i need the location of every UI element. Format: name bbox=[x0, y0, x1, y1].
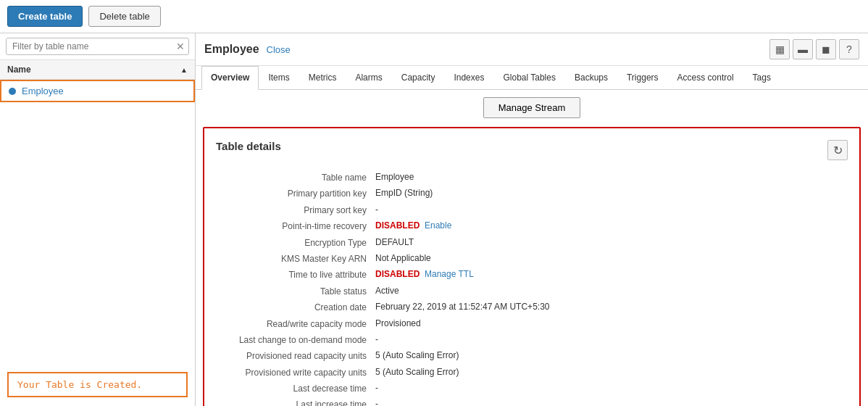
table-row: KMS Master Key ARN Not Applicable bbox=[216, 250, 848, 266]
close-link[interactable]: Close bbox=[267, 44, 291, 55]
manage-ttl-link[interactable]: Manage TTL bbox=[425, 269, 474, 279]
icon-btn-2[interactable]: ▬ bbox=[793, 39, 813, 59]
table-row: Provisioned write capacity units 5 (Auto… bbox=[216, 364, 848, 380]
field-value: 5 (Auto Scaling Error) bbox=[375, 347, 848, 363]
sidebar-search-container: ✕ bbox=[0, 33, 195, 60]
table-list: Employee bbox=[0, 80, 195, 363]
field-label: Primary sort key bbox=[216, 202, 375, 218]
content-header: Employee Close ▦ ▬ ◼ ? bbox=[196, 33, 868, 66]
tab-indexes[interactable]: Indexes bbox=[444, 66, 493, 89]
field-value: February 22, 2019 at 11:52:47 AM UTC+5:3… bbox=[375, 299, 848, 315]
field-label: Table status bbox=[216, 283, 375, 299]
sort-icon[interactable]: ▲ bbox=[180, 66, 188, 74]
icon-btn-1[interactable]: ▦ bbox=[769, 39, 790, 59]
tab-tags[interactable]: Tags bbox=[743, 66, 780, 89]
table-row: Primary sort key - bbox=[216, 202, 848, 218]
manage-stream-button[interactable]: Manage Stream bbox=[483, 97, 581, 118]
field-label: Provisioned write capacity units bbox=[216, 364, 375, 380]
field-label: Provisioned read capacity units bbox=[216, 347, 375, 363]
table-row: Last change to on-demand mode - bbox=[216, 331, 848, 347]
tab-metrics[interactable]: Metrics bbox=[299, 66, 346, 89]
page-title: Employee bbox=[204, 43, 259, 56]
tab-triggers[interactable]: Triggers bbox=[617, 66, 668, 89]
field-label: Time to live attribute bbox=[216, 266, 375, 282]
field-label: Primary partition key bbox=[216, 185, 375, 201]
list-item[interactable]: Employee bbox=[0, 80, 195, 102]
pitr-status: DISABLED bbox=[375, 220, 420, 231]
status-dot bbox=[9, 88, 16, 95]
table-row: Encryption Type DEFAULT bbox=[216, 234, 848, 250]
field-label: Last decrease time bbox=[216, 380, 375, 396]
field-value: Provisioned bbox=[375, 315, 848, 331]
manage-stream-row: Manage Stream bbox=[203, 97, 861, 118]
tab-capacity[interactable]: Capacity bbox=[392, 66, 445, 89]
table-row: Read/write capacity mode Provisioned bbox=[216, 315, 848, 331]
clear-search-icon[interactable]: ✕ bbox=[176, 41, 185, 52]
field-value: 5 (Auto Scaling Error) bbox=[375, 364, 848, 380]
field-label: KMS Master Key ARN bbox=[216, 250, 375, 266]
field-value: DISABLED Enable bbox=[375, 218, 848, 233]
notification-box: Your Table is Created. bbox=[7, 372, 188, 397]
ttl-status: DISABLED bbox=[375, 269, 420, 279]
table-row: Last increase time - bbox=[216, 396, 848, 406]
details-table: Table name Employee Primary partition ke… bbox=[216, 169, 848, 406]
header-icons-group: ▦ ▬ ◼ ? bbox=[769, 39, 859, 59]
field-value: EmpID (String) bbox=[375, 185, 848, 201]
create-table-button[interactable]: Create table bbox=[7, 6, 83, 27]
tab-access-control[interactable]: Access control bbox=[668, 66, 743, 89]
table-row: Primary partition key EmpID (String) bbox=[216, 185, 848, 201]
field-label: Point-in-time recovery bbox=[216, 218, 375, 233]
table-row: Table name Employee bbox=[216, 169, 848, 185]
tabs-bar: Overview Items Metrics Alarms Capacity I… bbox=[196, 66, 868, 90]
field-value: Active bbox=[375, 283, 848, 299]
table-row: Point-in-time recovery DISABLED Enable bbox=[216, 218, 848, 233]
tab-alarms[interactable]: Alarms bbox=[346, 66, 391, 89]
tab-overview[interactable]: Overview bbox=[201, 66, 259, 90]
table-details-title: Table details bbox=[216, 140, 281, 152]
refresh-button[interactable]: ↻ bbox=[827, 140, 848, 160]
icon-btn-3[interactable]: ◼ bbox=[816, 39, 836, 59]
field-value: DISABLED Manage TTL bbox=[375, 266, 848, 282]
field-value: Not Applicable bbox=[375, 250, 848, 266]
table-row: Creation date February 22, 2019 at 11:52… bbox=[216, 299, 848, 315]
field-label: Table name bbox=[216, 169, 375, 185]
tab-content-overview: Manage Stream Table details ↻ Table name… bbox=[196, 90, 868, 406]
field-value: DEFAULT bbox=[375, 234, 848, 250]
field-value: - bbox=[375, 331, 848, 347]
delete-table-button[interactable]: Delete table bbox=[88, 6, 160, 27]
table-name-label: Employee bbox=[22, 86, 64, 96]
field-value: - bbox=[375, 396, 848, 406]
tab-backups[interactable]: Backups bbox=[565, 66, 617, 89]
field-value: - bbox=[375, 202, 848, 218]
field-label: Last increase time bbox=[216, 396, 375, 406]
field-label: Last change to on-demand mode bbox=[216, 331, 375, 347]
field-label: Read/write capacity mode bbox=[216, 315, 375, 331]
field-value: Employee bbox=[375, 169, 848, 185]
pitr-enable-link[interactable]: Enable bbox=[425, 220, 451, 231]
tab-global-tables[interactable]: Global Tables bbox=[493, 66, 565, 89]
field-label: Creation date bbox=[216, 299, 375, 315]
name-column-label: Name bbox=[7, 65, 31, 75]
field-value: - bbox=[375, 380, 848, 396]
icon-btn-help[interactable]: ? bbox=[839, 39, 859, 59]
sidebar-column-header: Name ▲ bbox=[0, 60, 195, 80]
field-label: Encryption Type bbox=[216, 234, 375, 250]
table-row: Time to live attribute DISABLED Manage T… bbox=[216, 266, 848, 282]
table-details-box: Table details ↻ Table name Employee bbox=[203, 127, 861, 406]
table-row: Last decrease time - bbox=[216, 380, 848, 396]
table-row: Table status Active bbox=[216, 283, 848, 299]
tab-items[interactable]: Items bbox=[259, 66, 299, 89]
table-details-header: Table details ↻ bbox=[216, 140, 848, 160]
search-input[interactable] bbox=[6, 38, 189, 55]
table-row: Provisioned read capacity units 5 (Auto … bbox=[216, 347, 848, 363]
